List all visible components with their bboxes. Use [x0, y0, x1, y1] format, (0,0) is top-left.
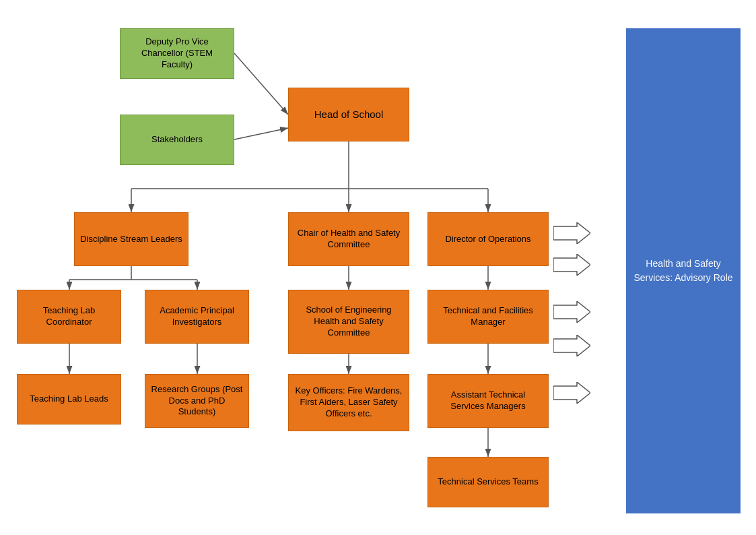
arrow-3	[553, 301, 590, 323]
tech-fac-mgr-box: Technical and Facilities Manager	[427, 290, 549, 344]
svg-marker-19	[553, 222, 590, 244]
research-groups-box: Research Groups (Post Docs and PhD Stude…	[145, 374, 249, 428]
svg-marker-20	[553, 254, 590, 276]
svg-marker-21	[553, 301, 590, 323]
arrow-1	[553, 222, 590, 244]
teaching-lab-coord-box: Teaching Lab Coordinator	[17, 290, 121, 344]
org-chart: Deputy Pro Vice Chancellor (STEM Faculty…	[0, 0, 756, 535]
deputy-box: Deputy Pro Vice Chancellor (STEM Faculty…	[120, 28, 234, 79]
svg-line-1	[234, 128, 288, 139]
chair-hs-box: Chair of Health and Safety Committee	[288, 212, 409, 266]
key-officers-box: Key Officers: Fire Wardens, First Aiders…	[288, 374, 409, 431]
discipline-stream-box: Discipline Stream Leaders	[74, 212, 188, 266]
arrow-2	[553, 254, 590, 276]
director-ops-box: Director of Operations	[427, 212, 549, 266]
arrow-4	[553, 335, 590, 356]
stakeholders-box: Stakeholders	[120, 115, 234, 165]
svg-line-0	[234, 53, 288, 115]
svg-marker-22	[553, 335, 590, 356]
health-safety-panel: Health and Safety Services: Advisory Rol…	[626, 28, 741, 513]
svg-marker-23	[553, 382, 590, 404]
tech-services-teams-box: Technical Services Teams	[427, 457, 549, 507]
academic-pi-box: Academic Principal Investigators	[145, 290, 249, 344]
school-eng-hs-box: School of Engineering Health and Safety …	[288, 290, 409, 354]
assistant-tsm-box: Assistant Technical Services Managers	[427, 374, 549, 428]
arrow-5	[553, 382, 590, 404]
head-of-school-box: Head of School	[288, 88, 409, 141]
teaching-lab-leads-box: Teaching Lab Leads	[17, 374, 121, 424]
